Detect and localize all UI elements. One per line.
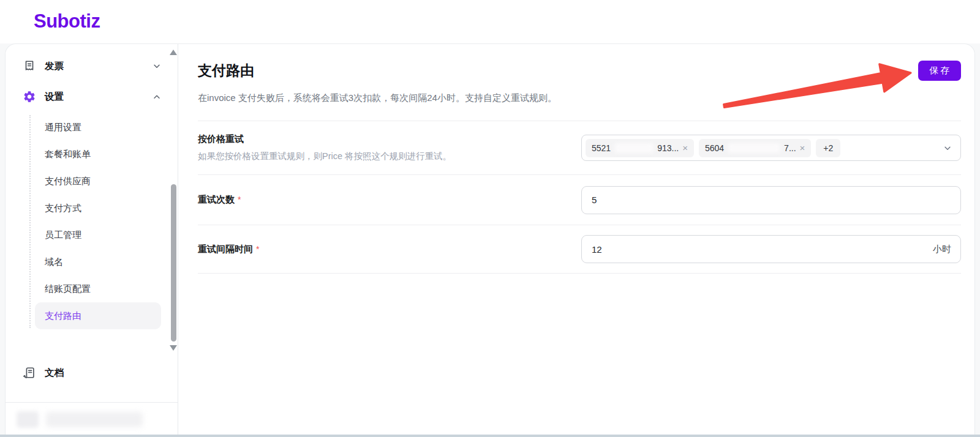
sidebar-subitem-payment-methods[interactable]: 支付方式	[35, 195, 161, 222]
tag-text: 7...	[784, 143, 796, 153]
remove-tag-icon[interactable]: ×	[800, 143, 805, 152]
sidebar-footer-divider	[6, 402, 178, 403]
sidebar-subitem-payment-providers[interactable]: 支付供应商	[35, 168, 161, 195]
chevron-down-icon	[153, 62, 161, 70]
tag-text: 913...	[657, 143, 679, 153]
price-retry-multiselect[interactable]: 5521 913... × 5604 7... × +2	[581, 135, 961, 161]
redacted-text	[614, 143, 654, 153]
sidebar-item-settings[interactable]: 设置	[23, 84, 161, 109]
input-unit-suffix: 小时	[933, 244, 951, 255]
sidebar-item-docs[interactable]: 文档	[23, 360, 161, 385]
sidebar-subitem-plans-billing[interactable]: 套餐和账单	[35, 141, 161, 168]
field-label: 重试间隔时间	[198, 244, 253, 254]
subnav-guide-line	[29, 115, 31, 328]
window-bottom-edge	[0, 435, 980, 437]
sidebar-subitem-domains[interactable]: 域名	[35, 248, 161, 275]
form-row-price-retry: 按价格重试 如果您按价格设置重试规则，则Price 将按照这个规则进行重试。 5…	[198, 121, 961, 174]
sidebar-subitem-general-settings[interactable]: 通用设置	[35, 114, 161, 141]
required-asterisk: *	[256, 244, 259, 254]
save-button[interactable]: 保存	[918, 61, 961, 81]
sidebar-subitem-payment-routing[interactable]: 支付路由	[35, 302, 161, 329]
brand-logo: Subotiz	[34, 10, 100, 32]
sidebar-item-label: 文档	[45, 367, 64, 379]
page-title: 支付路由	[198, 61, 254, 80]
chevron-up-icon	[153, 92, 161, 101]
form-row-retry-interval: 重试间隔时间* 小时	[198, 225, 961, 274]
page-description: 在invoice 支付失败后，系统将会重试3次扣款，每次间隔24小时。支持自定义…	[198, 92, 961, 104]
main-panel: 发票 设置 通用设置 套餐和账单 支付供应商 支付方式 员工管理 域名	[5, 43, 975, 437]
chevron-down-icon	[943, 144, 952, 152]
required-asterisk: *	[238, 195, 241, 204]
app-header: Subotiz	[0, 0, 980, 43]
docs-icon	[23, 366, 36, 379]
scrollbar-down-arrow[interactable]	[170, 345, 177, 351]
avatar	[17, 411, 39, 428]
gear-icon	[23, 90, 36, 103]
sidebar-subitem-checkout-config[interactable]: 结账页配置	[35, 275, 161, 302]
retry-interval-input[interactable]	[581, 235, 961, 263]
redacted-text	[728, 143, 780, 153]
field-description: 如果您按价格设置重试规则，则Price 将按照这个规则进行重试。	[198, 151, 557, 162]
content-area: 支付路由 保存 在invoice 支付失败后，系统将会重试3次扣款，每次间隔24…	[178, 44, 976, 437]
field-label: 按价格重试	[198, 133, 557, 145]
selected-tag: 5521 913... ×	[586, 139, 694, 157]
sidebar-subitem-staff-management[interactable]: 员工管理	[35, 222, 161, 248]
settings-subnav: 通用设置 套餐和账单 支付供应商 支付方式 员工管理 域名 结账页配置 支付路由	[35, 114, 161, 329]
tag-text: 5521	[592, 143, 611, 153]
sidebar: 发票 设置 通用设置 套餐和账单 支付供应商 支付方式 员工管理 域名	[6, 44, 178, 437]
sidebar-item-label: 设置	[45, 91, 64, 103]
scrollbar-up-arrow[interactable]	[170, 50, 177, 55]
retry-count-input[interactable]	[581, 186, 961, 214]
user-name-blurred	[46, 412, 143, 427]
form-row-retry-count: 重试次数*	[198, 174, 961, 225]
user-account-area[interactable]	[12, 406, 151, 432]
tag-text: 5604	[705, 143, 724, 153]
sidebar-item-label: 发票	[45, 60, 64, 73]
sidebar-item-invoice[interactable]: 发票	[23, 54, 161, 78]
selected-tag: 5604 7... ×	[699, 139, 811, 157]
invoice-icon	[23, 59, 36, 73]
field-label: 重试次数	[198, 194, 235, 204]
remove-tag-icon[interactable]: ×	[682, 143, 688, 152]
scrollbar-thumb[interactable]	[171, 184, 176, 342]
payment-routing-form: 按价格重试 如果您按价格设置重试规则，则Price 将按照这个规则进行重试。 5…	[198, 121, 961, 274]
more-tags-badge: +2	[816, 139, 840, 157]
